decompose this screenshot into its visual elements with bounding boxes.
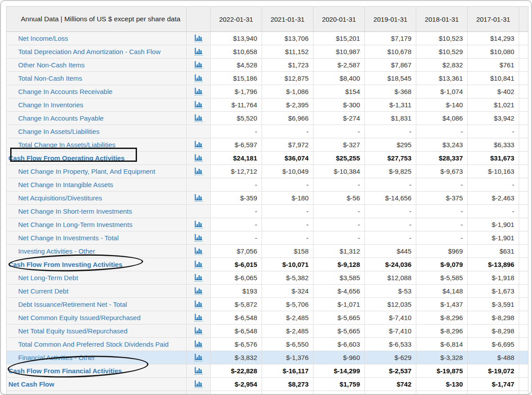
value-cell: $-3,832 xyxy=(211,351,262,364)
bar-chart-icon[interactable] xyxy=(195,154,203,162)
value-cell: $-1,796 xyxy=(211,85,262,98)
row-label-cell: Total Non-Cash Items xyxy=(7,72,187,85)
row-label-cell: Net Income/Loss xyxy=(7,32,187,45)
chart-icon-cell xyxy=(187,338,211,351)
value-cell: $15,186 xyxy=(211,72,262,85)
value-cell: - xyxy=(416,231,468,245)
bar-chart-icon[interactable] xyxy=(195,327,203,335)
cutoff-cell xyxy=(519,245,528,258)
row-label-cell: Debt Issuance/Retirement Net - Total xyxy=(7,298,187,311)
value-cell: - xyxy=(365,178,416,192)
bar-chart-icon[interactable] xyxy=(195,301,203,308)
cutoff-cell xyxy=(519,165,528,178)
bar-chart-icon[interactable] xyxy=(195,61,203,69)
chart-icon-cell xyxy=(187,59,211,72)
row-label-link[interactable]: Total Non-Cash Items xyxy=(18,74,82,82)
bar-chart-icon[interactable] xyxy=(195,340,203,348)
bar-chart-icon[interactable] xyxy=(195,247,203,255)
cutoff-cell xyxy=(519,325,528,338)
value-cell: $-274 xyxy=(313,112,365,125)
value-cell: $-6,597 xyxy=(211,138,262,152)
row-label-cell: Net Total Equity Issued/Repurchased xyxy=(7,325,187,338)
cutoff-cell xyxy=(519,271,528,285)
chart-icon-cell xyxy=(187,152,211,165)
value-cell: $-140 xyxy=(416,98,468,112)
table-row: Financial Activities - Other$-3,832$-1,3… xyxy=(7,351,528,364)
bar-chart-icon[interactable] xyxy=(195,354,203,361)
row-label-link[interactable]: Total Depreciation And Amortization - Ca… xyxy=(18,48,160,55)
row-label-link[interactable]: Net Change In Long-Term Investments xyxy=(18,221,133,228)
bar-chart-icon[interactable] xyxy=(195,88,203,95)
row-label-cell: Net Long-Term Debt xyxy=(7,271,187,285)
value-cell: - xyxy=(211,178,262,192)
value-cell: - xyxy=(468,125,519,138)
row-label-link[interactable]: Net Cash Flow xyxy=(8,380,54,388)
value-cell: $193 xyxy=(211,285,262,298)
bar-chart-icon[interactable] xyxy=(195,380,203,388)
row-label-link[interactable]: Net Current Debt xyxy=(18,287,68,295)
bar-chart-icon[interactable] xyxy=(195,287,203,295)
bar-chart-icon[interactable] xyxy=(195,141,203,149)
bar-chart-icon[interactable] xyxy=(195,194,203,202)
table-row: Other Non-Cash Items$4,528$1,723$-2,587$… xyxy=(7,59,528,72)
bar-chart-icon[interactable] xyxy=(195,114,203,122)
row-label-link[interactable]: Financial Activities - Other xyxy=(18,354,95,361)
row-label-link[interactable]: Change In Assets/Liabilities xyxy=(18,128,99,135)
value-cell: $1,759 xyxy=(313,378,365,391)
row-label-link[interactable]: Net Change In Property, Plant, And Equip… xyxy=(18,168,155,175)
row-label-link[interactable]: Net Income/Loss xyxy=(18,35,68,42)
bar-chart-icon[interactable] xyxy=(195,234,203,242)
value-cell: $-1,673 xyxy=(468,285,519,298)
bar-chart-icon[interactable] xyxy=(195,221,203,228)
value-cell: $-24,036 xyxy=(365,258,416,271)
value-cell: $-359 xyxy=(211,192,262,205)
bar-chart-icon[interactable] xyxy=(195,314,203,321)
value-cell: $-375 xyxy=(416,192,468,205)
bar-chart-icon[interactable] xyxy=(195,168,203,175)
row-label-link[interactable]: Cash Flow From Financial Activities xyxy=(8,367,122,375)
row-label-link[interactable]: Change In Inventories xyxy=(18,101,83,109)
value-cell: $-2,587 xyxy=(313,59,365,72)
bar-chart-icon[interactable] xyxy=(195,35,203,42)
bar-chart-icon[interactable] xyxy=(195,74,203,82)
value-cell: $445 xyxy=(365,245,416,258)
row-label-link[interactable]: Cash Flow From Investing Activities xyxy=(8,261,122,268)
row-label-link[interactable]: Debt Issuance/Retirement Net - Total xyxy=(18,301,127,308)
row-label-link[interactable]: Change In Accounts Receivable xyxy=(18,88,113,95)
row-label-link[interactable]: Other Non-Cash Items xyxy=(18,61,85,69)
cutoff-cell xyxy=(519,178,528,192)
cutoff-cell xyxy=(519,138,528,152)
chart-icon-cell xyxy=(187,231,211,245)
row-label-link[interactable]: Stock-Based Compensation xyxy=(8,394,97,395)
row-label-link[interactable]: Net Change In Short-term Investments xyxy=(18,207,132,215)
value-cell: $-5,585 xyxy=(416,271,468,285)
bar-chart-icon[interactable] xyxy=(195,261,203,268)
row-label-link[interactable]: Total Change In Assets/Liabilities xyxy=(18,141,115,149)
row-label-link[interactable]: Net Long-Term Debt xyxy=(18,274,78,282)
bar-chart-icon[interactable] xyxy=(195,367,203,375)
table-row: Investing Activities - Other$7,056$158$1… xyxy=(7,245,528,258)
row-label-link[interactable]: Net Common Equity Issued/Repurchased xyxy=(18,314,141,321)
row-label-link[interactable]: Net Change In Investments - Total xyxy=(18,234,119,242)
row-label-link[interactable]: Total Common And Preferred Stock Dividen… xyxy=(18,340,168,348)
bar-chart-icon[interactable] xyxy=(195,48,203,55)
row-label-cell: Cash Flow From Operating Activities xyxy=(7,152,187,165)
value-cell: $-14,656 xyxy=(365,192,416,205)
table-row: Cash Flow From Operating Activities$24,1… xyxy=(7,152,528,165)
row-label-link[interactable]: Cash Flow From Operating Activities xyxy=(8,154,125,162)
value-cell: $2,832 xyxy=(416,59,468,72)
bar-chart-icon[interactable] xyxy=(195,274,203,282)
table-row: Net Current Debt$193$-324$-4,656$-53$4,1… xyxy=(7,285,528,298)
row-label-link[interactable]: Net Total Equity Issued/Repurchased xyxy=(18,327,128,335)
row-label-link[interactable]: Change In Accounts Payable xyxy=(18,114,104,122)
value-cell: $10,658 xyxy=(211,45,262,59)
value-cell: $28,337 xyxy=(416,152,468,165)
row-label-cell: Change In Accounts Payable xyxy=(7,112,187,125)
row-label-link[interactable]: Net Change In Intangible Assets xyxy=(18,181,113,188)
chart-icon-cell xyxy=(187,138,211,152)
bar-chart-icon[interactable] xyxy=(195,101,203,109)
row-label-link[interactable]: Investing Activities - Other xyxy=(18,247,95,255)
table-row: Total Common And Preferred Stock Dividen… xyxy=(7,338,528,351)
row-label-link[interactable]: Net Acquisitions/Divestitures xyxy=(18,194,102,202)
value-cell: $-6,548 xyxy=(211,311,262,325)
